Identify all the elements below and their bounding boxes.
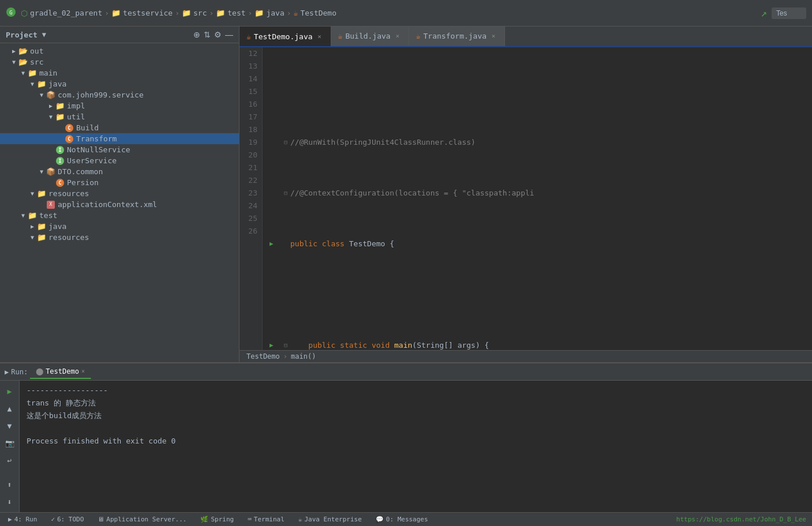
locate-button[interactable]: ⊕: [193, 30, 200, 39]
xml-icon-appcontext: X: [46, 201, 55, 209]
status-tab-run[interactable]: ▶ 4: Run: [6, 513, 39, 526]
output-line-5: Process finished with exit code 0: [27, 435, 805, 448]
run-sidebar: ▶ ▲ ▼ 📷 ↩ ⬆ ⬇: [0, 381, 20, 512]
tab-icon-build: ☕: [338, 32, 343, 40]
code-line-13: ⊟ //@RunWith(SpringJUnit4ClassRunner.cla…: [270, 136, 805, 149]
project-tree: ▶ 📂 out ▼ 📂 src ▼ 📁 main ▼: [0, 43, 239, 362]
tree-item-build[interactable]: C Build: [0, 122, 239, 133]
folder-icon-src: 📁: [182, 9, 191, 17]
output-line-1: ------------------: [27, 384, 805, 397]
csdn-url[interactable]: https://blog.csdn.net/John_D_B_Lee: [676, 516, 806, 523]
run-tab-close[interactable]: ×: [81, 368, 85, 374]
tree-item-persion[interactable]: C Persion: [0, 177, 239, 188]
package-icon-dto: 📦: [46, 168, 55, 176]
label-persion: Persion: [67, 178, 99, 187]
arrow-java: ▼: [28, 81, 37, 87]
bottom-tab-testdemo[interactable]: ⬤ TestDemo ×: [30, 365, 91, 379]
tree-item-transform[interactable]: C Transform: [0, 133, 239, 144]
run-icon: ▶: [5, 368, 9, 376]
status-label-terminal: Terminal: [254, 516, 285, 523]
code-line-17: ▶ ⊟ public static void main(String[] arg…: [270, 339, 805, 350]
search-run-icon[interactable]: ↗: [761, 7, 767, 19]
label-com: com.john999.service: [58, 91, 144, 99]
breadcrumb-java: 📁 java: [255, 9, 284, 17]
breadcrumb-gradle-label: gradle_02_parent: [30, 9, 102, 17]
tree-item-impl[interactable]: ▶ 📁 impl: [0, 100, 239, 111]
tree-item-main[interactable]: ▼ 📁 main: [0, 67, 239, 78]
run-label: Run:: [11, 368, 28, 376]
fold-13: ⊟: [281, 136, 290, 149]
run-tab-label: TestDemo: [46, 367, 79, 375]
sidebar: Project ▼ ⊕ ⇅ ⚙ — ▶ 📂 out ▼ 📂 src: [0, 27, 240, 362]
sidebar-actions: ⊕ ⇅ ⚙ —: [193, 30, 233, 39]
class-icon-notnull: I: [55, 146, 65, 154]
tab-icon-transform: ☕: [416, 32, 421, 40]
code-line-12: [270, 85, 805, 98]
tree-item-userservice[interactable]: I UserService: [0, 155, 239, 166]
text-13: //@RunWith(SpringJUnit4ClassRunner.class…: [290, 136, 805, 149]
search-input[interactable]: [772, 7, 806, 19]
folder-icon-testservice: 📁: [111, 9, 121, 17]
code-editor[interactable]: 12 13 14 15 16 17 18 19 20 21 22 23 24 2…: [240, 47, 812, 350]
tree-item-java-test[interactable]: ▶ 📁 java: [0, 221, 239, 232]
tab-transform[interactable]: ☕ Transform.java ×: [409, 27, 505, 46]
tree-item-dto[interactable]: ▼ 📦 DTO.common: [0, 166, 239, 177]
minimize-button[interactable]: —: [225, 30, 233, 39]
bottom-panel: ▶ Run: ⬤ TestDemo × ▶ ▲ ▼ 📷 ↩ ⬆ ⬇ ------…: [0, 362, 812, 512]
top-right-actions: ↗: [761, 7, 806, 19]
label-src: src: [30, 58, 43, 66]
status-tab-spring[interactable]: 🌿 Spring: [198, 513, 236, 526]
run-play-button[interactable]: ▶: [3, 384, 17, 398]
settings-button[interactable]: ⚙: [214, 30, 222, 39]
tree-item-java[interactable]: ▼ 📁 java: [0, 78, 239, 89]
tab-build[interactable]: ☕ Build.java ×: [331, 27, 409, 46]
top-bar: G ⬡ gradle_02_parent › 📁 testservice › 📁…: [0, 0, 812, 27]
tree-item-src[interactable]: ▼ 📂 src: [0, 57, 239, 67]
fold-14: ⊟: [281, 187, 290, 200]
tree-item-appcontext[interactable]: X applicationContext.xml: [0, 199, 239, 210]
label-resources-test: resources: [48, 233, 89, 242]
sidebar-header: Project ▼ ⊕ ⇅ ⚙ —: [0, 27, 239, 43]
label-main: main: [39, 69, 57, 77]
tree-item-util[interactable]: ▼ 📁 util: [0, 111, 239, 122]
tab-testdemo[interactable]: ☕ TestDemo.java ×: [240, 27, 331, 46]
arrow-util: ▼: [46, 114, 55, 120]
class-icon-transform: C: [65, 135, 74, 143]
run-down-button[interactable]: ⬇: [3, 495, 17, 509]
run-scroll-up-button[interactable]: ▲: [3, 401, 17, 415]
output-line-3: 这是个build成员方法: [27, 409, 805, 422]
collapse-button[interactable]: ⇅: [204, 30, 211, 39]
run-wrap-button[interactable]: ↩: [3, 453, 17, 467]
tab-close-transform[interactable]: ×: [489, 32, 497, 40]
tree-item-resources-test[interactable]: ▼ 📁 resources: [0, 232, 239, 243]
tab-close-testdemo[interactable]: ×: [316, 33, 324, 40]
tab-close-build[interactable]: ×: [394, 32, 402, 40]
status-icon-appserver: 🖥: [98, 516, 104, 523]
label-dto: DTO.common: [58, 167, 103, 176]
arrow-resources: ▼: [28, 190, 37, 197]
folder-icon-resources: 📁: [37, 190, 46, 198]
status-tab-appserver[interactable]: 🖥 Application Server...: [95, 513, 189, 526]
status-label-todo: 6: TODO: [57, 516, 84, 523]
text-14: //@ContextConfiguration(locations = { "c…: [290, 187, 805, 200]
run-scroll-down-button[interactable]: ▼: [3, 419, 17, 433]
run-camera-button[interactable]: 📷: [3, 436, 17, 450]
tree-item-com-package[interactable]: ▼ 📦 com.john999.service: [0, 89, 239, 100]
breadcrumb-testdemo: ☕ TestDemo: [294, 9, 336, 17]
label-transform: Transform: [76, 134, 117, 143]
tree-item-resources[interactable]: ▼ 📁 resources: [0, 188, 239, 199]
tree-item-notnullservice[interactable]: I NotNullService: [0, 144, 239, 155]
code-line-14: ⊟ //@ContextConfiguration(locations = { …: [270, 187, 805, 200]
status-tab-terminal[interactable]: ⌨ Terminal: [245, 513, 287, 526]
breadcrumb-testservice: 📁 testservice: [111, 9, 173, 17]
run-up-button[interactable]: ⬆: [3, 478, 17, 491]
folder-icon-out: 📂: [18, 47, 28, 55]
label-impl: impl: [67, 102, 85, 110]
status-label-run: 4: Run: [14, 516, 38, 523]
status-tab-javaee[interactable]: ☕ Java Enterprise: [296, 513, 364, 526]
status-tab-messages[interactable]: 💬 0: Messages: [373, 513, 431, 526]
label-java: java: [48, 80, 66, 88]
tree-item-out[interactable]: ▶ 📂 out: [0, 46, 239, 57]
status-tab-todo[interactable]: ✓ 6: TODO: [48, 513, 86, 526]
tree-item-test[interactable]: ▼ 📁 test: [0, 210, 239, 221]
